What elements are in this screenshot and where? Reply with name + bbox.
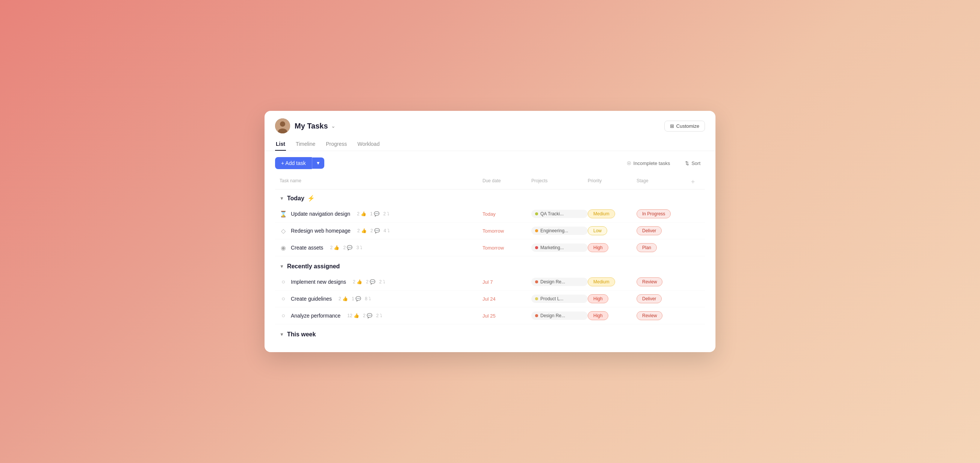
header: My Tasks ⌄ ⊞ Customize List Timeline Pro… xyxy=(264,111,716,151)
meta-likes: 12 👍 xyxy=(347,313,359,318)
incomplete-tasks-label: Incomplete tasks xyxy=(633,161,670,166)
add-task-button[interactable]: + Add task xyxy=(275,157,312,169)
app-window: My Tasks ⌄ ⊞ Customize List Timeline Pro… xyxy=(264,111,716,352)
section-this-week-header[interactable]: ▼ This week xyxy=(275,327,705,342)
sort-icon: ⇅ xyxy=(685,161,689,166)
table-row[interactable]: ○ Create guidelines 2 👍 1 💬 8 ⤵ Jul 24 P… xyxy=(275,291,705,307)
section-today-header[interactable]: ▼ Today ⚡ xyxy=(275,191,705,205)
add-column-button[interactable]: + xyxy=(686,178,700,186)
tab-workload[interactable]: Workload xyxy=(356,138,380,151)
section-today: ▼ Today ⚡ ⌛ Update navigation design 2 👍… xyxy=(275,191,705,256)
task-priority: High xyxy=(588,294,636,303)
section-recently-assigned-header[interactable]: ▼ Recently assigned xyxy=(275,259,705,274)
table-container: Task name Due date Projects Priority Sta… xyxy=(264,175,716,352)
project-name: Design Re... xyxy=(540,313,565,318)
check-circle-icon: ○ xyxy=(280,295,287,302)
task-name-cell: ○ Analyze performance 12 👍 2 💬 2 ⤵ xyxy=(280,312,482,319)
task-priority: Medium xyxy=(588,209,636,218)
stage-badge: Deliver xyxy=(636,294,662,303)
diamond-icon: ◇ xyxy=(280,228,287,234)
task-project: Design Re... xyxy=(531,278,588,286)
priority-badge: Medium xyxy=(588,209,615,218)
col-projects: Projects xyxy=(531,178,588,186)
col-stage: Stage xyxy=(636,178,686,186)
task-due-date: Jul 24 xyxy=(482,296,531,302)
project-dot xyxy=(535,229,538,232)
add-task-label: + Add task xyxy=(281,160,306,166)
meta-comments: 2 💬 xyxy=(343,245,352,250)
task-project: Product L... xyxy=(531,294,588,303)
task-priority: High xyxy=(588,311,636,320)
project-dot xyxy=(535,297,538,300)
add-task-dropdown-button[interactable]: ▼ xyxy=(312,158,324,169)
hourglass-icon: ⌛ xyxy=(280,210,287,218)
section-today-title: Today xyxy=(287,195,304,202)
task-name-cell: ○ Implement new designs 2 👍 2 💬 2 ⤵ xyxy=(280,278,482,285)
task-meta: 2 👍 2 💬 4 ⤵ xyxy=(357,228,390,233)
stage-badge: In Progress xyxy=(636,209,671,218)
tab-timeline[interactable]: Timeline xyxy=(295,138,316,151)
tab-list[interactable]: List xyxy=(275,138,286,151)
stage-badge: Deliver xyxy=(636,226,662,235)
meta-likes: 2 👍 xyxy=(330,245,339,250)
task-meta: 2 👍 1 💬 2 ⤵ xyxy=(357,211,389,216)
table-row[interactable]: ◇ Redesign web homepage 2 👍 2 💬 4 ⤵ Tomo… xyxy=(275,223,705,239)
task-meta: 2 👍 1 💬 8 ⤵ xyxy=(339,296,371,301)
task-name: Create guidelines xyxy=(291,296,332,302)
meta-likes: 2 👍 xyxy=(353,279,362,285)
col-priority: Priority xyxy=(588,178,636,186)
toolbar-right: ☉ Incomplete tasks ⇅ Sort xyxy=(622,158,705,169)
task-meta: 2 👍 2 💬 2 ⤵ xyxy=(353,279,385,285)
task-name-cell: ○ Create guidelines 2 👍 1 💬 8 ⤵ xyxy=(280,295,482,302)
tab-progress[interactable]: Progress xyxy=(325,138,348,151)
task-project: Engineering... xyxy=(531,227,588,235)
incomplete-tasks-icon: ☉ xyxy=(627,161,631,166)
project-name: Design Re... xyxy=(540,279,565,285)
stage-badge: Review xyxy=(636,311,662,320)
avatar-image xyxy=(275,118,290,134)
header-top: My Tasks ⌄ ⊞ Customize xyxy=(275,118,705,134)
incomplete-tasks-button[interactable]: ☉ Incomplete tasks xyxy=(622,158,675,169)
task-due-date: Jul 7 xyxy=(482,279,531,285)
section-recently-chevron-icon: ▼ xyxy=(280,264,284,269)
customize-button[interactable]: ⊞ Customize xyxy=(664,121,705,132)
meta-comments: 1 💬 xyxy=(352,296,361,301)
task-stage: Review xyxy=(636,311,686,320)
section-this-week-chevron-icon: ▼ xyxy=(280,332,284,337)
section-recently-assigned-title: Recently assigned xyxy=(287,263,340,270)
priority-badge: High xyxy=(588,294,608,303)
section-this-week-title: This week xyxy=(287,331,316,338)
priority-badge: Medium xyxy=(588,277,615,286)
task-name-cell: ⌛ Update navigation design 2 👍 1 💬 2 ⤵ xyxy=(280,210,482,218)
task-name-cell: ◉ Create assets 2 👍 2 💬 3 ⤵ xyxy=(280,244,482,251)
project-name: Engineering... xyxy=(540,228,568,233)
table-row[interactable]: ○ Implement new designs 2 👍 2 💬 2 ⤵ Jul … xyxy=(275,274,705,291)
customize-grid-icon: ⊞ xyxy=(670,123,674,129)
title-chevron-icon[interactable]: ⌄ xyxy=(331,123,336,129)
stage-badge: Review xyxy=(636,277,662,286)
project-dot xyxy=(535,280,538,283)
meta-likes: 2 👍 xyxy=(339,296,348,301)
task-priority: Low xyxy=(588,226,636,235)
priority-badge: Low xyxy=(588,226,607,235)
meta-comments: 1 💬 xyxy=(370,211,380,216)
nav-tabs: List Timeline Progress Workload xyxy=(275,138,705,151)
sort-button[interactable]: ⇅ Sort xyxy=(681,158,705,169)
task-name: Create assets xyxy=(291,245,323,251)
task-name: Update navigation design xyxy=(291,211,350,217)
section-today-chevron-icon: ▼ xyxy=(280,196,284,201)
task-meta: 12 👍 2 💬 2 ⤵ xyxy=(347,313,382,318)
table-row[interactable]: ⌛ Update navigation design 2 👍 1 💬 2 ⤵ T… xyxy=(275,205,705,223)
task-stage: Deliver xyxy=(636,226,686,235)
toolbar: + Add task ▼ ☉ Incomplete tasks ⇅ Sort xyxy=(264,151,716,175)
customize-label: Customize xyxy=(676,123,699,129)
project-dot xyxy=(535,246,538,249)
table-row[interactable]: ○ Analyze performance 12 👍 2 💬 2 ⤵ Jul 2… xyxy=(275,307,705,324)
task-name-cell: ◇ Redesign web homepage 2 👍 2 💬 4 ⤵ xyxy=(280,228,482,234)
table-row[interactable]: ◉ Create assets 2 👍 2 💬 3 ⤵ Tomorrow Mar… xyxy=(275,239,705,256)
meta-comments: 2 💬 xyxy=(371,228,380,233)
meta-subtasks: 2 ⤵ xyxy=(379,279,385,285)
task-due-date: Tomorrow xyxy=(482,245,531,251)
task-priority: Medium xyxy=(588,277,636,286)
task-name: Implement new designs xyxy=(291,279,346,285)
